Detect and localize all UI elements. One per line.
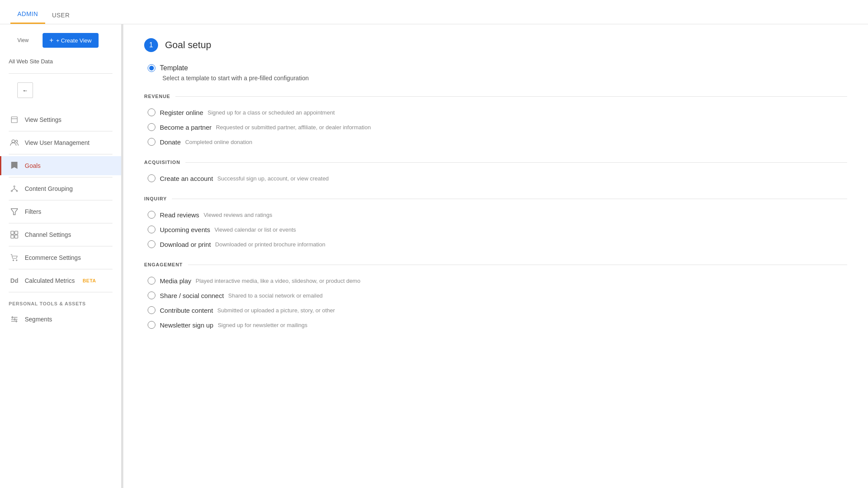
option-name-newsletter-signup: Newsletter sign up — [160, 321, 213, 329]
template-radio-label[interactable]: Template — [160, 64, 188, 72]
sidebar-item-content-grouping-label: Content Grouping — [25, 185, 73, 192]
content-grouping-icon — [10, 184, 19, 193]
options-acquisition: Create an accountSuccessful sign up, acc… — [148, 171, 847, 186]
radio-media-play[interactable] — [148, 277, 155, 285]
all-website-label: All Web Site Data — [0, 55, 121, 72]
option-row-donate: DonateCompleted online donation — [148, 134, 847, 149]
radio-read-reviews[interactable] — [148, 211, 155, 219]
section-title-revenue: REVENUE — [144, 94, 170, 99]
sidebar-item-segments[interactable]: Segments — [0, 310, 121, 329]
sidebar-item-ecommerce-settings[interactable]: Ecommerce Settings — [0, 248, 121, 267]
sidebar-item-view-user-management[interactable]: View User Management — [0, 133, 121, 152]
radio-share-social[interactable] — [148, 291, 155, 299]
div2 — [9, 154, 112, 154]
option-name-become-partner: Become a partner — [160, 124, 211, 131]
sidebar-item-view-settings[interactable]: View Settings — [0, 110, 121, 129]
sidebar-item-goals[interactable]: Goals — [0, 156, 121, 175]
svg-point-2 — [12, 140, 15, 143]
radio-donate[interactable] — [148, 138, 155, 146]
back-icon: ← — [22, 87, 28, 94]
div4 — [9, 200, 112, 200]
radio-become-partner[interactable] — [148, 123, 155, 131]
option-desc-media-play: Played interactive media, like a video, … — [196, 278, 360, 284]
sidebar-divider-top — [9, 73, 112, 74]
option-name-donate: Donate — [160, 138, 181, 146]
svg-point-10 — [17, 190, 18, 192]
option-name-upcoming-events: Upcoming events — [160, 226, 210, 233]
tab-user[interactable]: USER — [45, 5, 77, 24]
option-desc-upcoming-events: Viewed calendar or list or events — [215, 226, 296, 233]
section-header-engagement: ENGAGEMENT — [144, 262, 847, 267]
option-row-read-reviews: Read reviewsViewed reviews and ratings — [148, 207, 847, 222]
option-desc-download-print: Downloaded or printed brochure informati… — [215, 241, 326, 248]
sidebar-header: View + + Create View — [0, 33, 121, 55]
option-name-register-online: Register online — [160, 109, 203, 116]
top-nav: ADMIN USER — [0, 0, 868, 24]
section-header-revenue: REVENUE — [144, 94, 847, 99]
goals-icon — [10, 161, 19, 170]
option-name-read-reviews: Read reviews — [160, 211, 199, 219]
template-radio[interactable] — [148, 64, 155, 72]
svg-point-5 — [14, 186, 15, 187]
option-desc-register-online: Signed up for a class or scheduled an ap… — [208, 109, 335, 116]
option-desc-create-account: Successful sign up, account, or view cre… — [218, 175, 329, 182]
section-revenue: REVENUERegister onlineSigned up for a cl… — [144, 94, 847, 149]
div3 — [9, 177, 112, 177]
content-area: 1 Goal setup Template Select a template … — [123, 24, 868, 488]
option-desc-become-partner: Requested or submitted partner, affiliat… — [216, 124, 371, 131]
sidebar-item-calc-metrics-label: Calculated Metrics — [25, 277, 75, 284]
option-desc-newsletter-signup: Signed up for newsletter or mailings — [218, 322, 307, 328]
option-desc-read-reviews: Viewed reviews and ratings — [204, 212, 272, 218]
filters-icon — [10, 207, 19, 216]
radio-newsletter-signup[interactable] — [148, 321, 155, 329]
page-header: 1 Goal setup — [144, 38, 847, 52]
sidebar-item-filters-label: Filters — [25, 208, 41, 215]
radio-download-print[interactable] — [148, 240, 155, 248]
template-option[interactable]: Template — [148, 64, 847, 72]
back-button[interactable]: ← — [17, 82, 33, 98]
beta-badge: BETA — [83, 278, 96, 283]
main-layout: View + + Create View All Web Site Data ←… — [0, 24, 868, 488]
view-label: View — [9, 37, 37, 43]
calculated-metrics-icon: Dd — [10, 276, 19, 285]
option-name-share-social: Share / social connect — [160, 292, 224, 299]
option-row-download-print: Download or printDownloaded or printed b… — [148, 237, 847, 252]
sidebar-item-calculated-metrics[interactable]: Dd Calculated Metrics BETA — [0, 271, 121, 290]
section-title-inquiry: INQUIRY — [144, 196, 167, 201]
svg-point-16 — [13, 260, 14, 261]
div5 — [9, 223, 112, 223]
sidebar-item-content-grouping[interactable]: Content Grouping — [0, 179, 121, 198]
section-header-inquiry: INQUIRY — [144, 196, 847, 201]
radio-upcoming-events[interactable] — [148, 226, 155, 233]
sidebar-item-channel-settings[interactable]: Channel Settings — [0, 225, 121, 244]
create-view-button[interactable]: + + Create View — [43, 33, 99, 48]
option-row-create-account: Create an accountSuccessful sign up, acc… — [148, 171, 847, 186]
options-engagement: Media playPlayed interactive media, like… — [148, 273, 847, 332]
radio-contribute-content[interactable] — [148, 306, 155, 314]
svg-marker-4 — [11, 162, 17, 169]
section-line-inquiry — [172, 199, 847, 199]
tab-admin[interactable]: ADMIN — [10, 3, 45, 24]
radio-register-online[interactable] — [148, 108, 155, 116]
radio-create-account[interactable] — [148, 174, 155, 182]
sidebar-item-segments-label: Segments — [25, 316, 52, 323]
option-name-contribute-content: Contribute content — [160, 307, 213, 314]
div7 — [9, 269, 112, 269]
sidebar-item-filters[interactable]: Filters — [0, 202, 121, 221]
plus-icon: + — [50, 36, 53, 44]
svg-point-3 — [16, 140, 18, 142]
sidebar-item-goals-label: Goals — [25, 162, 41, 169]
sidebar-item-view-settings-label: View Settings — [25, 116, 62, 123]
sidebar-item-user-mgmt-label: View User Management — [25, 139, 89, 146]
option-row-upcoming-events: Upcoming eventsViewed calendar or list o… — [148, 222, 847, 237]
div1 — [9, 131, 112, 131]
sidebar-item-ecommerce-label: Ecommerce Settings — [25, 254, 81, 261]
section-engagement: ENGAGEMENTMedia playPlayed interactive m… — [144, 262, 847, 332]
step-badge: 1 — [144, 38, 158, 52]
svg-rect-15 — [15, 235, 18, 238]
section-inquiry: INQUIRYRead reviewsViewed reviews and ra… — [144, 196, 847, 252]
option-row-newsletter-signup: Newsletter sign upSigned up for newslett… — [148, 318, 847, 332]
svg-rect-12 — [11, 231, 14, 234]
options-inquiry: Read reviewsViewed reviews and ratingsUp… — [148, 207, 847, 252]
option-name-download-print: Download or print — [160, 241, 211, 248]
